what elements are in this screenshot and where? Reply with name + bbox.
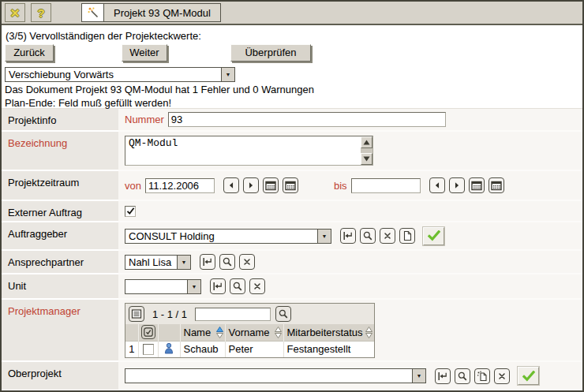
error-message: Das Dokument Projekt 93 QM-Modul hat 1 F… [5, 84, 578, 95]
von-calendar-alt-button[interactable] [283, 177, 298, 193]
von-calendar-button[interactable] [263, 177, 279, 193]
search-icon [362, 230, 373, 241]
oberprojekt-new-wizard-button[interactable] [474, 368, 490, 384]
sort-status-control[interactable] [365, 327, 372, 338]
oberprojekt-select[interactable]: ▼ [125, 368, 426, 383]
table-menu-button[interactable] [129, 306, 144, 322]
chevron-down-icon[interactable]: ▼ [177, 256, 190, 269]
sort-name-control[interactable] [216, 327, 223, 338]
bis-calendar-alt-button[interactable] [489, 177, 504, 193]
nummer-label: Nummer [125, 114, 164, 125]
label-externer-auftrag: Externer Auftrag [2, 201, 118, 222]
projektmanager-table-toolbar: 1 - 1 / 1 [125, 304, 374, 324]
sort-desc-icon [365, 333, 372, 338]
unit-goto-button[interactable] [210, 278, 226, 294]
sort-vorname-control[interactable] [275, 327, 282, 338]
wizard-section: (3/5) Vervollständigen der Projekteckwer… [2, 25, 582, 108]
next-button[interactable]: Weiter [122, 44, 167, 62]
bis-next-day-button[interactable] [449, 177, 465, 193]
ansprechpartner-select[interactable]: Nahl Lisa ▼ [125, 255, 191, 270]
arrow-right-icon [247, 181, 255, 190]
pagination-text: 1 - 1 / 1 [149, 308, 190, 320]
chevron-down-icon[interactable]: ▼ [221, 68, 234, 81]
clear-icon [496, 371, 507, 382]
rownum-header [125, 324, 138, 341]
chevron-down-icon[interactable]: ▼ [412, 369, 425, 383]
goto-icon [343, 230, 354, 241]
sort-asc-icon [275, 327, 282, 332]
scroll-up-button[interactable] [361, 136, 372, 148]
ansprechpartner-goto-button[interactable] [200, 254, 215, 270]
oberprojekt-search-button[interactable] [455, 368, 470, 384]
action-select[interactable]: Verschiebung Vorwärts ▼ [5, 67, 235, 82]
table-row: 1 Schaub Peter Festangestellt [125, 341, 374, 357]
scroll-down-button[interactable] [361, 153, 372, 165]
oberprojekt-goto-button[interactable] [435, 368, 451, 384]
von-next-day-button[interactable] [243, 177, 259, 193]
form-row-unit: Unit ▼ [2, 274, 582, 300]
auftraggeber-select[interactable]: CONSULT Holding ▼ [125, 229, 331, 244]
ansprechpartner-clear-button[interactable] [239, 254, 255, 270]
auftraggeber-clear-button[interactable] [380, 228, 395, 244]
row-person-cell[interactable] [158, 341, 180, 357]
wand-icon [82, 4, 104, 21]
form-row-ansprechpartner: Ansprechpartner Nahl Lisa ▼ [2, 251, 582, 274]
auftraggeber-search-button[interactable] [360, 228, 376, 244]
form-row-projektinfo: Projektinfo Nummer [2, 109, 582, 132]
arrow-right-icon [453, 181, 461, 190]
label-projektinfo: Projektinfo [2, 109, 118, 132]
row-checkbox[interactable] [143, 344, 154, 355]
table-filter-input[interactable] [195, 308, 271, 321]
bis-label: bis [334, 180, 347, 192]
auftraggeber-goto-button[interactable] [340, 228, 356, 244]
ansprechpartner-search-button[interactable] [219, 254, 235, 270]
new-document-icon [402, 230, 413, 241]
von-prev-day-button[interactable] [223, 177, 239, 193]
checkmark-icon [126, 207, 135, 215]
cell-vorname: Peter [225, 341, 283, 357]
sort-desc-icon [275, 333, 282, 338]
column-header-vorname[interactable]: Vorname [225, 324, 283, 341]
table-search-button[interactable] [275, 306, 291, 322]
von-date-input[interactable] [145, 178, 215, 193]
select-all-icon [143, 327, 154, 338]
externer-auftrag-checkbox[interactable] [125, 206, 136, 217]
back-button[interactable]: Zurück [5, 44, 54, 62]
label-unit: Unit [2, 274, 118, 300]
icon-column-header [158, 324, 180, 341]
label-projektmanager: Projektmanager [2, 300, 118, 362]
table-header-row: Name Vorname [125, 324, 374, 341]
nummer-input[interactable] [168, 112, 446, 127]
auftraggeber-confirm-button[interactable] [423, 227, 444, 245]
column-header-mitarbeiterstatus[interactable]: Mitarbeiterstatus [283, 324, 374, 341]
row-checkbox-cell [138, 341, 158, 357]
form-row-projektmanager: Projektmanager 1 - 1 / 1 [2, 300, 582, 362]
close-button[interactable]: ✕ [5, 3, 25, 22]
unit-select[interactable]: ▼ [125, 279, 201, 294]
label-bezeichnung: Bezeichnung [2, 132, 118, 171]
list-icon [131, 308, 142, 319]
goto-icon [437, 371, 448, 382]
bis-prev-day-button[interactable] [429, 177, 445, 193]
oberprojekt-clear-button[interactable] [494, 368, 510, 384]
bis-calendar-button[interactable] [469, 177, 485, 193]
auftraggeber-new-button[interactable] [399, 228, 415, 244]
bezeichnung-textarea[interactable]: QM-Modul [125, 136, 373, 166]
chevron-down-icon[interactable]: ▼ [187, 280, 200, 293]
select-all-button[interactable] [141, 325, 155, 339]
clear-icon [382, 230, 393, 241]
new-document-wand-icon [477, 371, 488, 382]
unit-clear-button[interactable] [249, 278, 265, 294]
cell-name: Schaub [180, 341, 225, 357]
oberprojekt-confirm-button[interactable] [518, 367, 539, 385]
unit-search-button[interactable] [230, 278, 245, 294]
project-form: Projektinfo Nummer Bezeichnung QM-Modul [2, 108, 582, 390]
bezeichnung-scrollbar[interactable] [361, 136, 372, 165]
chevron-down-icon[interactable]: ▼ [317, 230, 331, 243]
bis-date-input[interactable] [351, 178, 421, 193]
check-button[interactable]: Überprüfen [230, 44, 311, 62]
sort-asc-icon [216, 327, 223, 332]
column-header-name[interactable]: Name [180, 324, 225, 341]
help-button[interactable]: ? [31, 3, 51, 22]
document-tab[interactable]: Projekt 93 QM-Modul [81, 3, 221, 22]
